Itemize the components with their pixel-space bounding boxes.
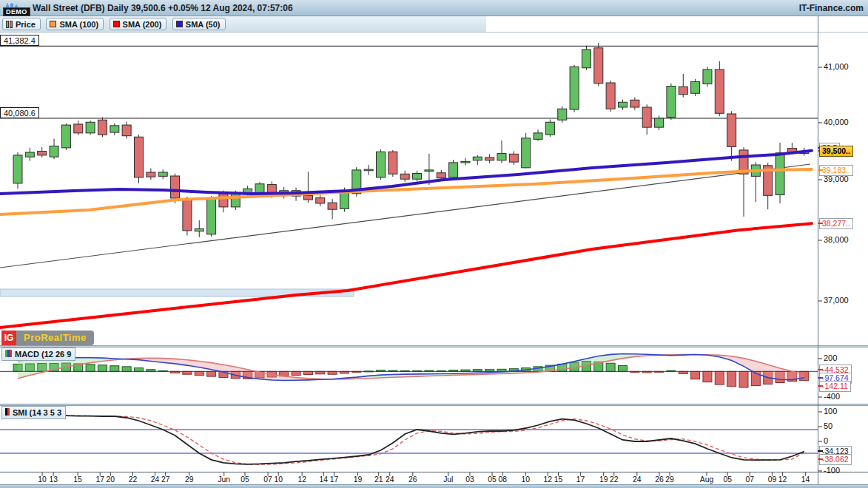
candle[interactable] xyxy=(606,81,615,112)
candle[interactable] xyxy=(582,46,591,70)
legend-chip-price[interactable]: Price xyxy=(2,18,41,30)
candle[interactable] xyxy=(461,158,470,166)
candle[interactable] xyxy=(449,160,458,180)
x-axis-label: 08 xyxy=(498,475,507,484)
x-axis-label: 07 xyxy=(746,475,755,484)
x-axis-label: 12 xyxy=(778,475,787,484)
main-price-chart[interactable] xyxy=(0,33,868,346)
x-axis-label: 03 xyxy=(465,475,474,484)
candle[interactable] xyxy=(98,118,107,138)
candle[interactable] xyxy=(13,152,22,189)
candle[interactable] xyxy=(195,220,203,237)
candle[interactable] xyxy=(135,135,144,183)
macd-histogram-bar[interactable] xyxy=(86,365,95,372)
candle[interactable] xyxy=(691,79,700,96)
candle[interactable] xyxy=(715,61,724,116)
candle[interactable] xyxy=(364,165,373,175)
candle[interactable] xyxy=(158,169,167,179)
smi-line[interactable] xyxy=(18,416,804,464)
legend-chip-sma100[interactable]: SMA (100) xyxy=(46,18,104,30)
candle[interactable] xyxy=(50,139,58,160)
macd-histogram-bar[interactable] xyxy=(122,367,131,372)
x-axis-label: 29 xyxy=(185,475,194,484)
macd-histogram-bar[interactable] xyxy=(303,371,312,374)
sma200-line[interactable] xyxy=(0,223,812,328)
candle[interactable] xyxy=(122,122,131,139)
candle[interactable] xyxy=(630,98,639,110)
candle[interactable] xyxy=(619,100,628,110)
x-axis-label: 17 xyxy=(95,475,104,484)
macd-histogram-bar[interactable] xyxy=(739,371,748,387)
candle[interactable] xyxy=(776,143,784,203)
x-axis-label: 19 xyxy=(599,475,608,484)
macd-histogram-bar[interactable] xyxy=(207,371,216,376)
candle[interactable] xyxy=(61,123,70,150)
candle[interactable] xyxy=(497,140,506,163)
sma50-line[interactable] xyxy=(0,151,812,194)
macd-histogram-bar[interactable] xyxy=(715,371,724,384)
candle[interactable] xyxy=(679,74,687,98)
legend-label: SMA (100) xyxy=(59,20,98,29)
legend-label: SMA (200) xyxy=(123,20,162,29)
smi-signal-line[interactable] xyxy=(18,416,804,464)
candle[interactable] xyxy=(642,104,651,135)
candle[interactable] xyxy=(413,171,422,182)
macd-histogram-bar[interactable] xyxy=(183,371,192,374)
candle[interactable] xyxy=(473,155,482,165)
macd-histogram-bar[interactable] xyxy=(316,371,325,373)
candle[interactable] xyxy=(727,111,736,160)
candles xyxy=(13,43,809,237)
macd-legend-chip[interactable]: MACD (12 26 9 xyxy=(1,348,75,361)
macd-panel[interactable] xyxy=(0,348,868,404)
x-axis[interactable]: 101315172022242729Jun0507101214171921242… xyxy=(0,472,868,484)
candle[interactable] xyxy=(558,106,567,123)
candle[interactable] xyxy=(25,148,34,161)
candle[interactable] xyxy=(183,197,192,235)
candle[interactable] xyxy=(594,43,603,87)
sma100-swatch-icon xyxy=(50,21,56,27)
legend-chip-sma50[interactable]: SMA (50) xyxy=(172,18,226,30)
candle[interactable] xyxy=(316,195,325,207)
candle[interactable] xyxy=(667,84,676,121)
candle[interactable] xyxy=(86,121,95,135)
macd-histogram-bar[interactable] xyxy=(619,366,628,372)
candle[interactable] xyxy=(655,115,664,130)
candle[interactable] xyxy=(570,65,579,112)
candle[interactable] xyxy=(751,162,760,202)
smi-legend-chip[interactable]: SMI (14 3 5 3 xyxy=(1,406,66,419)
macd-histogram-bar[interactable] xyxy=(292,371,300,375)
candle[interactable] xyxy=(545,120,554,138)
smi-panel[interactable] xyxy=(0,406,868,472)
candle[interactable] xyxy=(388,150,397,177)
candle[interactable] xyxy=(522,133,531,169)
candle[interactable] xyxy=(703,67,712,87)
candle[interactable] xyxy=(303,172,312,203)
candle[interactable] xyxy=(38,147,47,157)
macd-histogram-bar[interactable] xyxy=(606,363,615,371)
macd-histogram-bar[interactable] xyxy=(110,366,119,372)
candle[interactable] xyxy=(328,199,337,219)
candle[interactable] xyxy=(377,149,386,180)
candle[interactable] xyxy=(534,129,542,140)
y-axis-label: -100 xyxy=(824,466,840,475)
candle[interactable] xyxy=(400,171,409,183)
candle[interactable] xyxy=(110,123,119,135)
axis-value-tick xyxy=(818,377,823,379)
macd-histogram-bar[interactable] xyxy=(135,368,144,372)
macd-histogram-bar[interactable] xyxy=(98,365,107,372)
legend-chip-sma200[interactable]: SMA (200) xyxy=(110,18,167,30)
macd-histogram-bar[interactable] xyxy=(691,371,700,379)
macd-histogram-bar[interactable] xyxy=(727,371,736,386)
macd-histogram-bar[interactable] xyxy=(195,371,203,375)
candle[interactable] xyxy=(147,169,155,180)
candle[interactable] xyxy=(509,152,518,165)
macd-histogram-bar[interactable] xyxy=(703,371,712,382)
candle[interactable] xyxy=(485,154,494,163)
candle[interactable] xyxy=(207,196,216,237)
macd-histogram-bar[interactable] xyxy=(328,371,337,374)
panel-separator[interactable] xyxy=(0,345,868,348)
indicator-value-label: -142.11 xyxy=(819,381,851,392)
panel-separator[interactable] xyxy=(0,404,868,406)
x-axis-label: 07 xyxy=(263,475,272,484)
candle[interactable] xyxy=(74,121,83,135)
